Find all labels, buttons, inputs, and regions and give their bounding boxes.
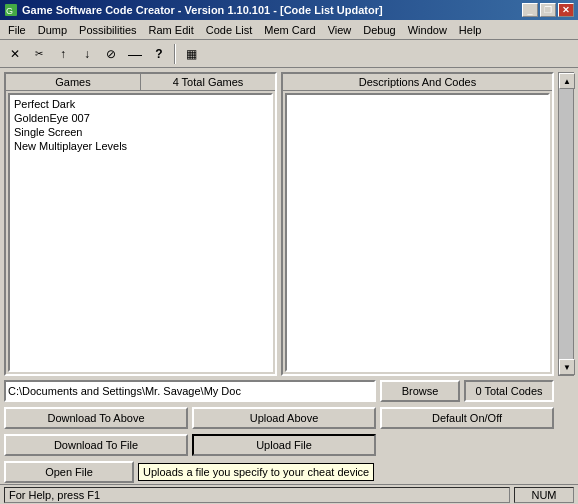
menu-codelist[interactable]: Code List — [200, 22, 258, 38]
toolbar-down[interactable]: ↓ — [76, 43, 98, 65]
toolbar-dash[interactable]: — — [124, 43, 146, 65]
menu-memcard[interactable]: Mem Card — [258, 22, 321, 38]
status-bar: For Help, press F1 NUM — [0, 484, 578, 504]
games-list: Perfect Dark GoldenEye 007 Single Screen… — [8, 93, 273, 372]
menu-debug[interactable]: Debug — [357, 22, 401, 38]
total-codes-label: 0 Total Codes — [464, 380, 554, 402]
path-input[interactable] — [4, 380, 376, 402]
menu-view[interactable]: View — [322, 22, 358, 38]
tooltip-box: Uploads a file you specify to your cheat… — [138, 463, 374, 481]
menu-dump[interactable]: Dump — [32, 22, 73, 38]
descriptions-header: Descriptions And Codes — [283, 74, 552, 91]
list-item[interactable]: New Multiplayer Levels — [12, 139, 269, 153]
open-file-button[interactable]: Open File — [4, 461, 134, 483]
list-item[interactable]: Single Screen — [12, 125, 269, 139]
scroll-up-button[interactable]: ▲ — [559, 73, 575, 89]
toolbar-separator — [174, 44, 176, 64]
toolbar-help[interactable]: ? — [148, 43, 170, 65]
list-item[interactable]: GoldenEye 007 — [12, 111, 269, 125]
toolbar-grid[interactable]: ▦ — [180, 43, 202, 65]
toolbar-cut[interactable]: ✂ — [28, 43, 50, 65]
scroll-track — [559, 89, 573, 359]
status-num-lock: NUM — [514, 487, 574, 503]
title-bar-buttons: _ ❐ ✕ — [522, 3, 574, 17]
minimize-button[interactable]: _ — [522, 3, 538, 17]
upload-above-button[interactable]: Upload Above — [192, 407, 376, 429]
browse-button[interactable]: Browse — [380, 380, 460, 402]
download-above-button[interactable]: Download To Above — [4, 407, 188, 429]
menu-ramedit[interactable]: Ram Edit — [143, 22, 200, 38]
scroll-down-button[interactable]: ▼ — [559, 359, 575, 375]
menu-bar: File Dump Possibilities Ram Edit Code Li… — [0, 20, 578, 40]
title-bar-text: Game Software Code Creator - Version 1.1… — [22, 4, 522, 16]
svg-text:G: G — [6, 6, 13, 16]
upload-file-button[interactable]: Upload File — [192, 434, 376, 456]
status-help-text: For Help, press F1 — [4, 487, 510, 503]
menu-file[interactable]: File — [2, 22, 32, 38]
menu-window[interactable]: Window — [402, 22, 453, 38]
toolbar-close[interactable]: ✕ — [4, 43, 26, 65]
total-games-header: 4 Total Games — [141, 74, 275, 90]
scrollbar-vertical[interactable]: ▲ ▼ — [558, 72, 574, 376]
default-onoff-button[interactable]: Default On/Off — [380, 407, 554, 429]
restore-button[interactable]: ❐ — [540, 3, 556, 17]
games-header: Games — [6, 74, 141, 90]
app-icon: G — [4, 3, 18, 17]
toolbar-up[interactable]: ↑ — [52, 43, 74, 65]
toolbar: ✕ ✂ ↑ ↓ ⊘ — ? ▦ — [0, 40, 578, 68]
menu-possibilities[interactable]: Possibilities — [73, 22, 142, 38]
download-file-button[interactable]: Download To File — [4, 434, 188, 456]
toolbar-cancel[interactable]: ⊘ — [100, 43, 122, 65]
tooltip-text: Uploads a file you specify to your cheat… — [143, 466, 369, 478]
close-button[interactable]: ✕ — [558, 3, 574, 17]
list-item[interactable]: Perfect Dark — [12, 97, 269, 111]
codes-content — [285, 93, 550, 372]
menu-help[interactable]: Help — [453, 22, 488, 38]
title-bar: G Game Software Code Creator - Version 1… — [0, 0, 578, 20]
